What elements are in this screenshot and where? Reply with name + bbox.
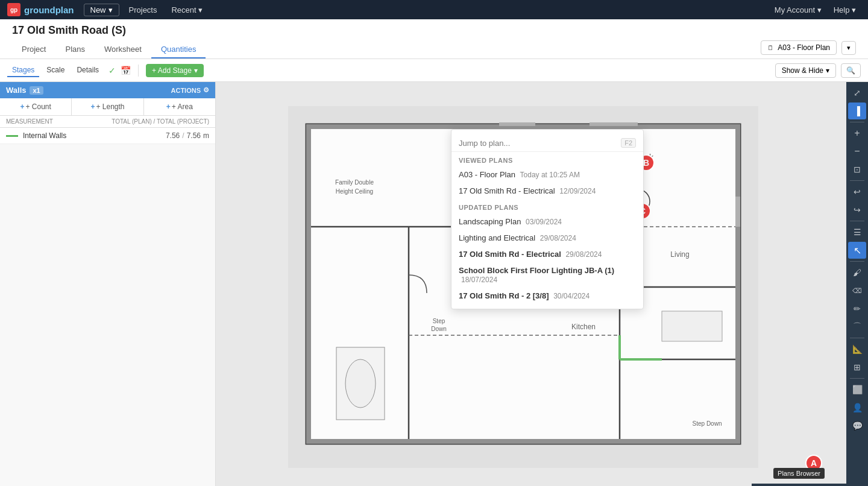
tab-project[interactable]: Project bbox=[12, 41, 55, 58]
viewed-plans-label: Viewed Plans bbox=[451, 152, 643, 166]
svg-rect-20 bbox=[306, 124, 311, 444]
plan-selector-button[interactable]: 🗒 A03 - Floor Plan bbox=[761, 40, 837, 55]
zoom-in-button[interactable]: + bbox=[848, 125, 866, 142]
toolbar-divider-2 bbox=[850, 180, 864, 181]
svg-text:Kitchen: Kitchen bbox=[571, 323, 596, 331]
svg-rect-30 bbox=[662, 311, 722, 341]
help-link[interactable]: Help ▾ bbox=[829, 4, 861, 16]
plan-dropdown-button[interactable]: ▾ bbox=[841, 41, 856, 55]
toolbar-divider-3 bbox=[850, 221, 864, 221]
tab-stages[interactable]: Stages bbox=[7, 64, 39, 77]
toolbar-divider-4 bbox=[850, 261, 864, 262]
count-button[interactable]: + + Count bbox=[0, 98, 72, 115]
right-toolbar: ⤢ ▐ + − ⊡ ↩ ↪ ☰ ↖ 🖌 ⌫ ✏ ⌒ 📐 ⊞ ⬜ 👤 💬 bbox=[846, 82, 868, 486]
list-button[interactable]: ☰ bbox=[848, 224, 866, 241]
color-indicator bbox=[6, 135, 18, 137]
sidebar-title: Walls x1 bbox=[6, 86, 43, 95]
tab-scale[interactable]: Scale bbox=[42, 64, 69, 77]
project-title: 17 Old Smith Road (S) bbox=[12, 24, 856, 37]
header-tabs: Project Plans Worksheet Quantities bbox=[12, 41, 206, 58]
x1-badge: x1 bbox=[30, 86, 43, 95]
tab-plans[interactable]: Plans bbox=[55, 41, 95, 58]
eraser-button[interactable]: ⌫ bbox=[848, 282, 866, 299]
paint-button[interactable]: 🖌 bbox=[848, 264, 866, 281]
main-layout: Walls x1 ACTIONS ⚙ + + Count + + Length … bbox=[0, 82, 868, 486]
dropdown-search: F2 bbox=[451, 134, 643, 152]
chevron-down-icon: ▾ bbox=[108, 5, 113, 14]
toolbar-divider bbox=[138, 65, 139, 77]
plan-item-landscaping[interactable]: Landscaping Plan 03/09/2024 bbox=[451, 213, 643, 230]
measurement-controls: + + Count + + Length + + Area bbox=[0, 98, 215, 116]
new-label: New bbox=[90, 5, 106, 14]
svg-rect-24 bbox=[499, 122, 535, 126]
curve-button[interactable]: ⌒ bbox=[848, 318, 866, 335]
chevron-down-icon: ▾ bbox=[826, 66, 829, 75]
sidebar-section-name: Walls bbox=[6, 86, 26, 95]
search-button[interactable]: 🔍 bbox=[841, 63, 861, 78]
measurement-name: Internal Walls bbox=[23, 131, 161, 140]
gear-icon[interactable]: ⚙ bbox=[203, 86, 209, 94]
plan-icon: 🗒 bbox=[767, 44, 774, 51]
svg-point-28 bbox=[345, 359, 376, 408]
chat-button[interactable]: 💬 bbox=[848, 417, 866, 434]
zoom-fit-button[interactable]: ⊡ bbox=[848, 161, 866, 178]
pen-button[interactable]: ✏ bbox=[848, 300, 866, 317]
plan-item-a03[interactable]: A03 - Floor Plan Today at 10:25 AM bbox=[451, 166, 643, 183]
svg-text:Step Down: Step Down bbox=[693, 420, 722, 427]
svg-rect-21 bbox=[735, 124, 740, 444]
measurement-row[interactable]: Internal Walls 7.56 / 7.56 m bbox=[0, 128, 215, 144]
toolbar-divider-6 bbox=[850, 378, 864, 379]
recent-link[interactable]: Recent ▾ bbox=[166, 4, 207, 16]
svg-text:Living: Living bbox=[670, 250, 689, 259]
updated-plans-label: Updated Plans bbox=[451, 199, 643, 213]
plan-search-input[interactable] bbox=[459, 139, 616, 148]
tab-details[interactable]: Details bbox=[72, 64, 104, 77]
plan-item-electrical-1[interactable]: 17 Old Smith Rd - Electrical 12/09/2024 bbox=[451, 183, 643, 199]
area-button[interactable]: + + Area bbox=[144, 98, 215, 115]
logo-icon: gp bbox=[7, 3, 20, 16]
logo-text: groundplan bbox=[24, 5, 74, 15]
check-icon: ✓ bbox=[108, 66, 116, 75]
show-hide-button[interactable]: Show & Hide ▾ bbox=[775, 63, 836, 78]
toolbar-divider-5 bbox=[850, 338, 864, 338]
measurement-values: 7.56 / 7.56 m bbox=[166, 131, 209, 140]
logo: gp groundplan bbox=[7, 3, 74, 16]
undo-button[interactable]: ↩ bbox=[848, 183, 866, 200]
svg-text:Step: Step bbox=[433, 318, 445, 324]
cursor-button[interactable]: ↖ bbox=[848, 242, 866, 259]
plan-name: A03 - Floor Plan bbox=[778, 43, 830, 52]
add-stage-button[interactable]: + Add Stage ▾ bbox=[146, 64, 204, 77]
plan-item-lighting[interactable]: Lighting and Electrical 29/08/2024 bbox=[451, 230, 643, 246]
measure-button[interactable]: 📐 bbox=[848, 341, 866, 358]
stages-tabs: Stages Scale Details bbox=[7, 64, 104, 77]
tool2-button[interactable]: ⊞ bbox=[848, 359, 866, 376]
header: 17 Old Smith Road (S) Project Plans Work… bbox=[0, 19, 868, 59]
tab-quantities[interactable]: Quantities bbox=[151, 41, 206, 58]
redo-button[interactable]: ↪ bbox=[848, 201, 866, 218]
measurement-header: MEASUREMENT TOTAL (PLAN) / TOTAL (PROJEC… bbox=[0, 116, 215, 128]
expand-button[interactable]: ⤢ bbox=[848, 84, 866, 101]
stamp-button[interactable]: ⬜ bbox=[848, 381, 866, 398]
plan-area: Deck Kitchen Living Family Double Height… bbox=[216, 82, 846, 486]
projects-link[interactable]: Projects bbox=[124, 4, 162, 16]
svg-text:Down: Down bbox=[431, 326, 447, 332]
zoom-out-button[interactable]: − bbox=[848, 143, 866, 160]
panel-button[interactable]: ▐ bbox=[848, 103, 866, 119]
plan-item-electrical-2[interactable]: 17 Old Smith Rd - Electrical 29/08/2024 bbox=[451, 246, 643, 262]
plan-item-smithrd-2[interactable]: 17 Old Smith Rd - 2 [3/8] 30/04/2024 bbox=[451, 288, 643, 304]
plan-selector-area: 🗒 A03 - Floor Plan ▾ bbox=[761, 40, 856, 58]
toolbar-divider-1 bbox=[850, 122, 864, 122]
actions-link[interactable]: ACTIONS bbox=[171, 87, 201, 94]
plan-item-school[interactable]: School Block First Floor Lighting JB-A (… bbox=[451, 262, 643, 288]
keyboard-shortcut: F2 bbox=[621, 138, 636, 148]
my-account-link[interactable]: My Account ▾ bbox=[770, 4, 826, 16]
svg-rect-25 bbox=[590, 122, 638, 126]
person-button[interactable]: 👤 bbox=[848, 399, 866, 416]
top-nav: gp groundplan New ▾ Projects Recent ▾ My… bbox=[0, 0, 868, 19]
new-button[interactable]: New ▾ bbox=[84, 4, 119, 16]
dropdown-menu: F2 Viewed Plans A03 - Floor Plan Today a… bbox=[451, 129, 644, 309]
toolbar-row: Stages Scale Details ✓ 📅 + Add Stage ▾ S… bbox=[0, 59, 868, 82]
length-button[interactable]: + + Length bbox=[72, 98, 143, 115]
actions-area: ACTIONS ⚙ bbox=[171, 86, 210, 94]
tab-worksheet[interactable]: Worksheet bbox=[95, 41, 151, 58]
